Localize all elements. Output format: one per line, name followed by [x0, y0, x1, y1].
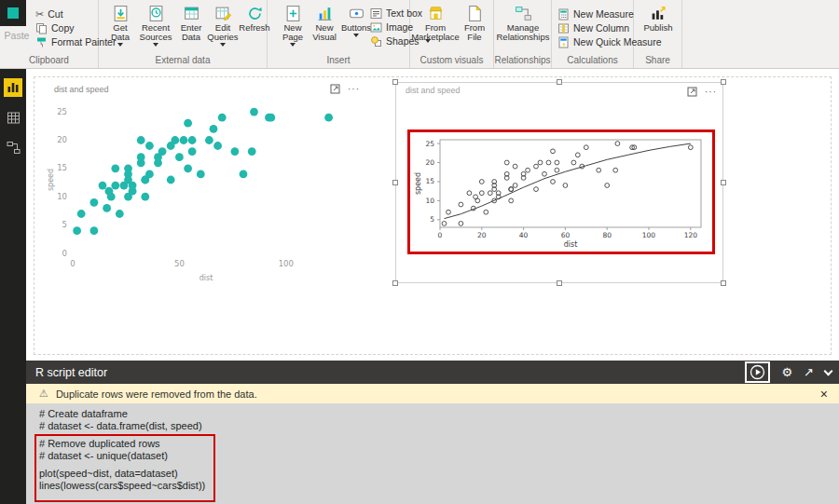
- visual-title: dist and speed: [54, 85, 109, 94]
- group-label-relationships: Relationships: [494, 55, 551, 65]
- code-line[interactable]: plot(speed~dist, data=dataset): [39, 468, 839, 480]
- image-button[interactable]: Image: [370, 20, 413, 34]
- edit-queries-label: Edit Queries: [205, 23, 241, 42]
- ribbon-group-relationships: Manage Relationships Relationships: [494, 0, 552, 68]
- from-marketplace-label: From Marketplace: [411, 23, 460, 42]
- group-label-external-data: External data: [99, 55, 267, 65]
- recent-sources-button[interactable]: Recent Sources: [138, 5, 173, 47]
- report-canvas[interactable]: dist and speed ··· 0501000510152025dists…: [26, 69, 839, 361]
- resize-handle[interactable]: [721, 79, 726, 85]
- warning-message: Duplicate rows were removed from the dat…: [56, 388, 257, 400]
- get-data-caret-icon: [117, 43, 123, 47]
- visual-title: dist and speed: [406, 86, 461, 95]
- code-line[interactable]: lines(lowess(cars$speed~cars$dist)): [39, 480, 839, 492]
- svg-text:40: 40: [519, 231, 529, 239]
- get-data-button[interactable]: Get Data: [103, 5, 138, 47]
- svg-text:5: 5: [430, 215, 434, 224]
- cut-button[interactable]: ✂Cut: [35, 7, 63, 20]
- new-measure-button[interactable]: New Measure: [557, 7, 634, 20]
- buttons-label: Buttons: [341, 23, 371, 33]
- focus-mode-icon[interactable]: [330, 84, 340, 94]
- svg-text:25: 25: [57, 107, 67, 116]
- open-external-editor-icon[interactable]: ↗: [804, 366, 814, 378]
- image-icon: [370, 21, 382, 34]
- resize-handle[interactable]: [392, 79, 398, 85]
- scatter-visual[interactable]: dist and speed ··· 0501000510152025dists…: [41, 80, 365, 289]
- format-painter-icon: [35, 36, 48, 48]
- code-line[interactable]: # Create dataframe: [39, 408, 839, 420]
- collapse-editor-icon[interactable]: [824, 366, 833, 375]
- code-line[interactable]: # dataset <- unique(dataset): [39, 450, 839, 462]
- group-label-calculations: Calculations: [552, 55, 633, 65]
- ribbon-group-share: Publish Share: [634, 0, 682, 68]
- svg-text:10: 10: [425, 197, 434, 205]
- svg-text:100: 100: [279, 259, 294, 268]
- publish-button[interactable]: Publish: [641, 5, 675, 33]
- focus-mode-icon[interactable]: [687, 87, 697, 97]
- paste-button[interactable]: Paste: [0, 30, 34, 41]
- svg-text:15: 15: [57, 163, 67, 172]
- resize-handle[interactable]: [721, 180, 726, 185]
- new-page-caret-icon: [290, 43, 296, 47]
- edit-queries-button[interactable]: Edit Queries: [205, 5, 241, 47]
- group-label-custom-visuals: Custom visuals: [410, 55, 493, 65]
- report-view-icon: [7, 81, 20, 94]
- get-data-icon: [112, 5, 130, 22]
- sidebar-item-report-view[interactable]: [4, 78, 22, 97]
- svg-text:10: 10: [57, 192, 67, 201]
- svg-text:60: 60: [561, 231, 571, 239]
- svg-text:0: 0: [438, 231, 443, 239]
- enter-data-button[interactable]: Enter Data: [173, 5, 209, 42]
- from-file-icon: [466, 5, 484, 22]
- svg-text:120: 120: [684, 231, 698, 239]
- script-options-gear-icon[interactable]: ⚙: [781, 366, 792, 378]
- sidebar-item-model-view[interactable]: [4, 138, 22, 157]
- refresh-label: Refresh: [239, 23, 269, 33]
- enter-data-icon: [183, 5, 200, 22]
- svg-text:80: 80: [602, 231, 612, 239]
- edit-queries-caret-icon: [220, 43, 226, 47]
- powerbi-logo-icon: [7, 7, 19, 19]
- resize-handle[interactable]: [721, 280, 726, 286]
- new-page-icon: [284, 5, 302, 22]
- model-view-icon: [7, 141, 21, 155]
- resize-handle[interactable]: [392, 180, 398, 185]
- dismiss-warning-icon[interactable]: ×: [820, 388, 828, 401]
- cut-label: Cut: [48, 8, 62, 20]
- resize-handle[interactable]: [392, 280, 398, 286]
- new-visual-button[interactable]: New Visual: [307, 5, 342, 42]
- resize-handle[interactable]: [557, 79, 562, 85]
- refresh-icon: [246, 5, 264, 22]
- buttons-icon: [348, 5, 365, 22]
- resize-handle[interactable]: [557, 280, 562, 286]
- svg-text:100: 100: [642, 231, 656, 239]
- from-file-button[interactable]: From File: [459, 5, 490, 42]
- code-line[interactable]: # Remove duplicated rows: [39, 438, 839, 450]
- manage-relationships-button[interactable]: Manage Relationships: [501, 5, 545, 42]
- new-column-button[interactable]: New Column: [557, 21, 629, 34]
- run-script-button[interactable]: [750, 364, 765, 380]
- svg-text:15: 15: [425, 177, 434, 185]
- buttons-button[interactable]: Buttons: [338, 5, 374, 37]
- recent-sources-caret-icon: [153, 43, 158, 47]
- new-column-icon: [557, 22, 570, 34]
- svg-text:20: 20: [425, 158, 434, 167]
- copy-label: Copy: [51, 22, 75, 34]
- new-quick-measure-icon: [557, 36, 570, 48]
- svg-text:speed: speed: [47, 169, 55, 191]
- more-options-icon[interactable]: ···: [705, 88, 717, 97]
- code-line[interactable]: # dataset <- data.frame(dist, speed): [39, 420, 839, 432]
- svg-text:50: 50: [174, 259, 185, 268]
- new-page-button[interactable]: New Page: [275, 5, 310, 47]
- from-marketplace-button[interactable]: From Marketplace: [414, 5, 457, 42]
- buttons-caret-icon: [353, 34, 359, 37]
- new-column-label: New Column: [573, 22, 629, 34]
- r-script-visual[interactable]: dist and speed ··· 020406080100120510152…: [395, 82, 723, 283]
- powerbi-window: Paste ✂Cut Copy Format Painter Clipboard…: [0, 0, 839, 504]
- r-script-code-editor[interactable]: # Create dataframe# dataset <- data.fram…: [26, 403, 839, 504]
- copy-button[interactable]: Copy: [35, 21, 75, 34]
- shapes-icon: [370, 35, 382, 48]
- sidebar-item-data-view[interactable]: [4, 108, 22, 127]
- warning-icon: ⚠: [39, 388, 48, 400]
- more-options-icon[interactable]: ···: [348, 85, 360, 94]
